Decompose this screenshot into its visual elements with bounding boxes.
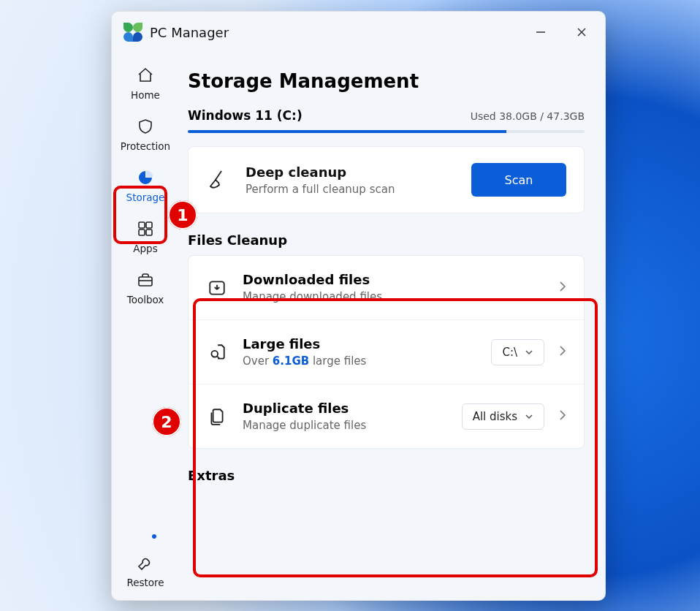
close-button[interactable]	[561, 18, 602, 47]
sidebar-item-label: Home	[131, 89, 160, 101]
sidebar: Home Protection Storage Apps	[112, 53, 179, 600]
toolbox-icon	[136, 270, 155, 289]
magnify-file-icon	[206, 341, 228, 363]
svg-rect-5	[139, 229, 145, 235]
notification-dot-icon	[151, 533, 158, 540]
svg-point-11	[211, 350, 218, 357]
svg-rect-6	[146, 229, 152, 235]
shield-icon	[136, 117, 155, 136]
app-window: PC Manager Home Protection	[111, 11, 606, 601]
main-content: Storage Management Windows 11 (C:) Used …	[179, 53, 605, 600]
sidebar-item-storage[interactable]: Storage	[122, 168, 169, 203]
drive-usage-bar	[188, 130, 585, 133]
deep-cleanup-title: Deep cleanup	[246, 164, 457, 180]
wrench-icon	[136, 553, 155, 572]
drive-usage: Windows 11 (C:) Used 38.0GB / 47.3GB	[188, 108, 585, 133]
files-cleanup-list: Downloaded files Manage downloaded files…	[188, 255, 585, 449]
app-title: PC Manager	[150, 25, 229, 40]
row-large-files[interactable]: Large files Over 6.1GB large files C:\	[189, 320, 584, 384]
chevron-down-icon	[525, 412, 533, 421]
broom-icon	[206, 167, 231, 192]
minimize-button[interactable]	[520, 18, 561, 47]
svg-line-9	[216, 171, 221, 180]
svg-rect-7	[139, 277, 152, 286]
extras-header: Extras	[188, 468, 585, 483]
svg-rect-4	[146, 222, 152, 228]
row-subtitle: Over 6.1GB large files	[243, 354, 476, 368]
pie-chart-icon	[136, 168, 155, 187]
row-title: Duplicate files	[243, 401, 447, 416]
row-subtitle: Manage downloaded files	[243, 290, 544, 303]
files-cleanup-header: Files Cleanup	[188, 232, 585, 248]
app-logo-icon	[123, 23, 142, 42]
sidebar-item-toolbox[interactable]: Toolbox	[122, 270, 169, 306]
sidebar-item-protection[interactable]: Protection	[122, 117, 169, 152]
sidebar-item-apps[interactable]: Apps	[122, 219, 169, 254]
drive-usage-text: Used 38.0GB / 47.3GB	[471, 110, 585, 122]
page-title: Storage Management	[188, 70, 589, 92]
chevron-right-icon	[559, 281, 566, 295]
deep-cleanup-subtitle: Perform a full cleanup scan	[246, 183, 457, 196]
row-title: Downloaded files	[243, 272, 544, 287]
drive-select[interactable]: C:\	[491, 339, 544, 365]
sidebar-item-label: Apps	[133, 243, 157, 254]
disk-scope-select[interactable]: All disks	[462, 403, 544, 430]
sidebar-item-label: Restore	[126, 577, 164, 588]
titlebar: PC Manager	[112, 12, 605, 53]
row-downloaded-files[interactable]: Downloaded files Manage downloaded files	[189, 256, 584, 320]
sidebar-item-label: Toolbox	[127, 294, 164, 306]
sidebar-item-restore[interactable]: Restore	[122, 553, 169, 588]
apps-icon	[136, 219, 155, 238]
home-icon	[136, 66, 155, 85]
sidebar-item-home[interactable]: Home	[122, 66, 169, 101]
svg-line-12	[217, 356, 219, 358]
chevron-down-icon	[525, 348, 533, 357]
chevron-right-icon	[559, 409, 566, 424]
chevron-right-icon	[559, 345, 566, 360]
row-title: Large files	[243, 336, 476, 352]
sidebar-item-label: Storage	[126, 191, 165, 203]
duplicate-files-icon	[206, 406, 228, 428]
svg-rect-3	[139, 222, 145, 228]
deep-cleanup-card: Deep cleanup Perform a full cleanup scan…	[188, 146, 585, 213]
row-subtitle: Manage duplicate files	[243, 419, 447, 432]
sidebar-item-label: Protection	[121, 140, 170, 152]
scan-button[interactable]: Scan	[471, 163, 566, 197]
drive-usage-fill	[188, 130, 506, 133]
row-duplicate-files[interactable]: Duplicate files Manage duplicate files A…	[189, 384, 584, 448]
download-folder-icon	[206, 277, 228, 299]
drive-name: Windows 11 (C:)	[188, 108, 303, 123]
